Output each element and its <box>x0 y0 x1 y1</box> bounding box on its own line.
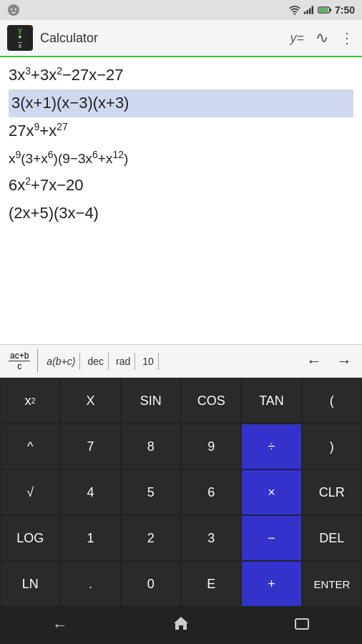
right-arrow-button[interactable]: → <box>331 349 358 374</box>
status-left <box>7 4 20 16</box>
left-arrow-button[interactable]: ← <box>300 349 328 374</box>
app-bar: y + x Calculator y= ∿ ⋮ <box>0 20 362 57</box>
fraction-button[interactable]: ac+b c <box>4 349 38 373</box>
nine-button[interactable]: 9 <box>181 424 241 469</box>
svg-rect-5 <box>306 10 308 14</box>
signal-icon <box>303 5 315 15</box>
status-time: 7:50 <box>335 4 355 16</box>
y-equals-button[interactable]: y= <box>290 31 304 46</box>
calc-row-2: ^ 7 8 9 ÷ ) <box>0 424 362 469</box>
more-button[interactable]: ⋮ <box>340 29 355 47</box>
eight-button[interactable]: 8 <box>121 424 181 469</box>
frac-bottom: c <box>16 361 23 371</box>
seven-button[interactable]: 7 <box>60 424 120 469</box>
calc-row-5: LN . 0 E + ENTER <box>0 561 362 607</box>
sqrt-button[interactable]: √ <box>0 469 60 515</box>
svg-point-1 <box>11 9 12 10</box>
expr-row-2[interactable]: 3(x+1)(x−3)(x+3) <box>9 89 353 117</box>
svg-rect-6 <box>309 9 310 14</box>
minus-button[interactable]: − <box>241 515 301 561</box>
e-button[interactable]: E <box>181 561 241 607</box>
multiply-button[interactable]: × <box>241 469 301 515</box>
close-paren-button[interactable]: ) <box>302 424 362 469</box>
tan-button[interactable]: TAN <box>241 378 301 424</box>
zero-button[interactable]: 0 <box>121 561 181 607</box>
expr-row-6: (2x+5)(3x−4) <box>9 200 353 228</box>
five-button[interactable]: 5 <box>121 469 181 515</box>
toolbar-row: ac+b c a(b+c) dec rad 10 ← → <box>0 345 362 378</box>
two-button[interactable]: 2 <box>121 515 181 561</box>
one-button[interactable]: 1 <box>60 515 120 561</box>
factor-button[interactable]: a(b+c) <box>42 353 80 370</box>
wifi-icon <box>289 5 300 15</box>
svg-rect-7 <box>312 6 313 14</box>
num-button[interactable]: 10 <box>138 353 159 370</box>
three-button[interactable]: 3 <box>181 515 241 561</box>
app-bar-actions: y= ∿ ⋮ <box>290 29 355 47</box>
sin-button[interactable]: SIN <box>121 378 181 424</box>
recents-button[interactable] <box>280 610 324 640</box>
home-button[interactable] <box>158 610 204 641</box>
calc-row-1: x2 X SIN COS TAN ( <box>0 378 362 424</box>
x-button[interactable]: X <box>60 378 120 424</box>
del-button[interactable]: DEL <box>302 515 362 561</box>
ln-button[interactable]: LN <box>0 561 60 607</box>
svg-rect-10 <box>319 8 328 12</box>
display-area: 3x3+3x2−27x−27 3(x+1)(x−3)(x+3) 27x9+x27… <box>0 57 362 345</box>
expr-row-4: x9(3+x6)(9−3x6+x12) <box>9 145 353 172</box>
six-button[interactable]: 6 <box>181 469 241 515</box>
divide-button[interactable]: ÷ <box>241 424 301 469</box>
cos-button[interactable]: COS <box>181 378 241 424</box>
svg-rect-11 <box>295 619 308 629</box>
calc-row-4: LOG 1 2 3 − DEL <box>0 515 362 561</box>
back-button[interactable]: ← <box>38 610 82 640</box>
home-icon <box>172 615 190 631</box>
open-paren-button[interactable]: ( <box>302 378 362 424</box>
battery-icon <box>318 6 332 14</box>
status-right: 7:50 <box>289 4 355 16</box>
plus-button[interactable]: + <box>241 561 301 607</box>
svg-rect-4 <box>304 11 305 14</box>
enter-button[interactable]: ENTER <box>302 561 362 607</box>
svg-point-2 <box>15 9 16 10</box>
expr-row-1: 3x3+3x2−27x−27 <box>9 62 353 89</box>
expr-row-3: 27x9+x27 <box>9 117 353 145</box>
log-button[interactable]: LOG <box>0 515 60 561</box>
calc-row-3: √ 4 5 6 × CLR <box>0 469 362 515</box>
clr-button[interactable]: CLR <box>302 469 362 515</box>
dec-button[interactable]: dec <box>83 353 109 370</box>
svg-rect-9 <box>330 9 332 11</box>
status-bar: 7:50 <box>0 0 362 20</box>
rad-button[interactable]: rad <box>112 353 135 370</box>
bottom-nav: ← <box>0 607 362 644</box>
svg-point-3 <box>294 13 295 14</box>
app-icon: y + x <box>7 25 33 51</box>
app-title: Calculator <box>40 31 290 46</box>
expr-row-5: 6x2+7x−20 <box>9 172 353 200</box>
notification-icon <box>7 4 20 16</box>
caret-button[interactable]: ^ <box>0 424 60 469</box>
wave-button[interactable]: ∿ <box>315 29 328 47</box>
frac-top: ac+b <box>9 351 30 361</box>
x-squared-button[interactable]: x2 <box>0 378 60 424</box>
dot-button[interactable]: . <box>60 561 120 607</box>
calculator: x2 X SIN COS TAN ( ^ 7 8 9 ÷ ) √ 4 5 6 ×… <box>0 378 362 607</box>
svg-point-0 <box>8 4 19 16</box>
four-button[interactable]: 4 <box>60 469 120 515</box>
recents-icon <box>294 618 310 630</box>
